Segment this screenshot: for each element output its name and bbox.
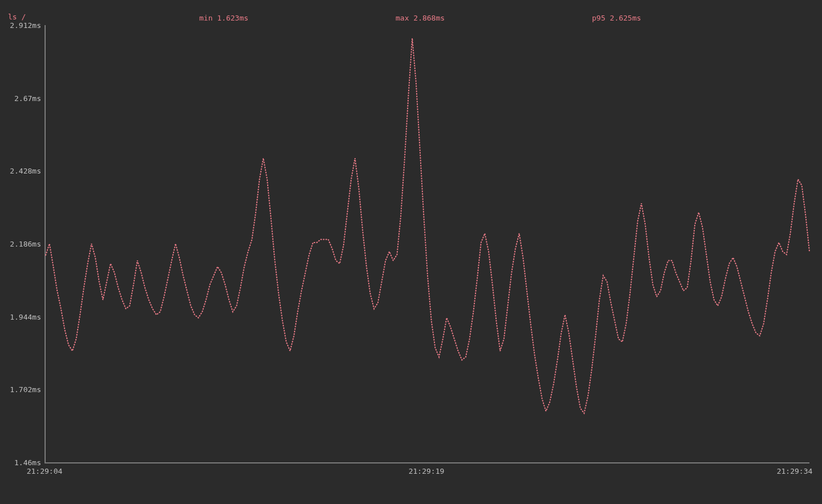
y-tick: 2.186ms bbox=[0, 240, 41, 248]
plot-area bbox=[45, 25, 809, 463]
y-tick: 2.67ms bbox=[0, 94, 41, 102]
x-tick: 21:29:34 bbox=[777, 467, 813, 475]
x-tick: 21:29:04 bbox=[27, 467, 63, 475]
chart-title: ls / bbox=[8, 13, 26, 21]
stat-max: max 2.868ms bbox=[396, 14, 445, 22]
stat-min: min 1.623ms bbox=[199, 14, 248, 22]
x-tick: 21:29:19 bbox=[409, 467, 445, 475]
stat-p95: p95 2.625ms bbox=[592, 14, 641, 22]
y-tick: 2.912ms bbox=[0, 21, 41, 30]
y-tick: 2.428ms bbox=[0, 167, 41, 175]
stats-header: ls / min 1.623ms max 2.868ms p95 2.625ms bbox=[0, 14, 822, 25]
y-tick: 1.702ms bbox=[0, 385, 41, 394]
latency-line bbox=[46, 25, 809, 462]
y-tick: 1.46ms bbox=[0, 458, 41, 467]
y-tick: 1.944ms bbox=[0, 312, 41, 321]
